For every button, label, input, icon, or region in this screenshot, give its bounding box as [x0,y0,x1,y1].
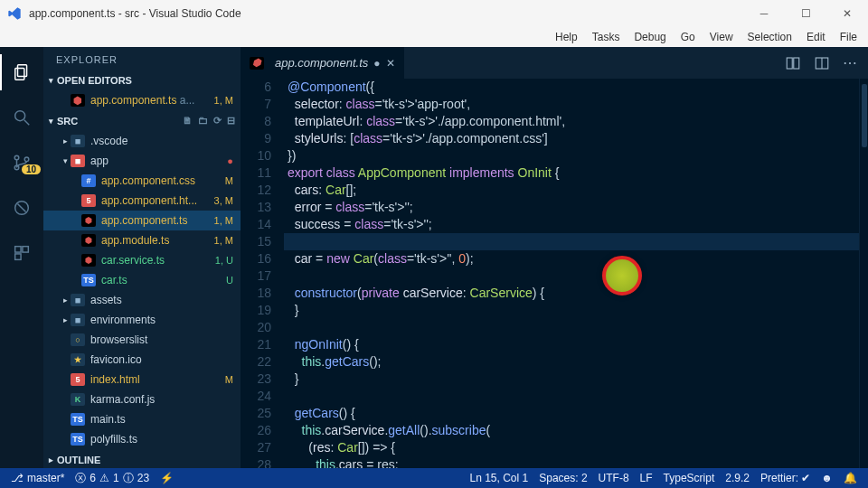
code-line[interactable] [284,388,859,405]
menu-edit[interactable]: Edit [799,29,833,45]
bug-icon [12,198,32,218]
file-car-service-ts[interactable]: ⬢car.service.ts1, U [43,250,241,270]
window-maximize-button[interactable]: ☐ [785,0,826,27]
new-file-icon[interactable]: 🗎 [183,115,193,127]
activity-debug[interactable] [0,190,43,226]
chevron-down-icon: ▾ [49,76,53,85]
code-line[interactable]: export class AppComponent implements OnI… [284,164,859,182]
html-icon: 5 [71,373,85,386]
code-line[interactable] [284,267,859,285]
section-workspace[interactable]: ▾ SRC 🗎 🗀 ⟳ ⊟ [43,112,241,129]
menu-file[interactable]: File [833,29,864,45]
code-line[interactable]: this.getCars(); [284,353,859,371]
scrollbar-thumb[interactable] [862,84,867,147]
tree-item-label: browserslist [90,333,241,346]
activity-search[interactable] [0,99,43,136]
compare-icon[interactable] [785,55,801,71]
refresh-icon[interactable]: ⟳ [213,115,222,127]
code-editor[interactable]: 6789101112131415161718192021222324252627… [241,79,868,468]
extensions-icon [12,243,32,263]
new-folder-icon[interactable]: 🗀 [198,115,208,127]
section-open-editors[interactable]: ▾ OPEN EDITORS [43,71,241,89]
collapse-icon[interactable]: ⊟ [227,115,235,127]
menu-selection[interactable]: Selection [741,29,799,45]
open-editor-item[interactable]: ⬢ app.component.ts a... 1, M [43,90,241,110]
folder--vscode[interactable]: ▸■.vscode [43,131,241,151]
tab-app-component[interactable]: ⬢ app.component.ts ● ✕ [241,47,405,79]
status-branch[interactable]: ⎇master* [5,468,70,488]
activity-explorer[interactable] [0,54,43,90]
activity-extensions[interactable] [0,235,43,271]
status-ts-version[interactable]: 2.9.2 [720,468,755,488]
folder-environments[interactable]: ▸■environments [43,310,241,330]
code-line[interactable]: success = class='tk-s'>''; [284,216,859,233]
code-line[interactable]: this.cars = res; [284,456,859,468]
css-icon: # [81,174,96,187]
tab-bar: ⬢ app.component.ts ● ✕ ⋯ [241,47,868,79]
window-close-button[interactable]: ✕ [826,0,868,27]
file-app-component-css[interactable]: #app.component.cssM [43,171,241,191]
menu-view[interactable]: View [703,29,741,45]
menu-help[interactable]: Help [548,29,585,45]
code-line[interactable]: }) [284,147,859,164]
section-outline-label: OUTLINE [57,455,100,465]
code-line[interactable]: (res: Car[]) => { [284,439,859,456]
minimap[interactable] [859,79,868,468]
code-line[interactable]: templateUrl: class='tk-s'>'./app.compone… [284,113,859,130]
menu-debug[interactable]: Debug [627,29,673,45]
title-bar: app.component.ts - src - Visual Studio C… [0,0,868,27]
status-feedback[interactable]: ☻ [816,468,838,488]
folder-assets[interactable]: ▸■assets [43,290,241,310]
file-app-component-ts[interactable]: ⬢app.component.ts1, M [43,211,241,230]
ts-icon: TS [71,413,85,426]
menu-bar: Help Tasks Debug Go View Selection Edit … [0,27,868,47]
svg-rect-13 [794,58,799,69]
code-line[interactable]: styleUrls: [class='tk-s'>'./app.componen… [284,130,859,147]
activity-scm[interactable]: 10 [0,145,43,181]
status-bell[interactable]: 🔔 [838,468,863,488]
code-line[interactable]: error = class='tk-s'>''; [284,199,859,216]
window-minimize-button[interactable]: ─ [743,0,785,27]
code-line[interactable]: @Component({ [284,79,859,96]
file-car-ts[interactable]: TScar.tsU [43,270,241,290]
file-polyfills-ts[interactable]: TSpolyfills.ts [43,429,241,449]
chevron-right-icon: ▸ [49,455,53,465]
status-problems[interactable]: ⓧ6 ⚠1 ⓘ23 [70,468,155,488]
code-line[interactable]: this.carService.getAll().subscribe( [284,422,859,439]
code-line[interactable]: constructor(private carService: CarServi… [284,285,859,302]
more-actions-icon[interactable]: ⋯ [843,54,857,71]
status-prettier[interactable]: Prettier: ✔ [755,468,816,488]
code-line[interactable]: car = new Car(class='tk-s'>'', 0); [284,250,859,267]
status-ln-col[interactable]: Ln 15, Col 1 [464,468,533,488]
error-icon: ⓧ [75,471,86,486]
status-language[interactable]: TypeScript [658,468,721,488]
file-index-html[interactable]: 5index.htmlM [43,370,241,389]
menu-tasks[interactable]: Tasks [585,29,627,45]
file-favicon-ico[interactable]: ★favicon.ico [43,350,241,370]
status-live[interactable]: ⚡ [155,468,179,488]
section-outline[interactable]: ▸ OUTLINE [43,451,241,468]
file-browserslist[interactable]: ○browserslist [43,330,241,350]
ts-icon: TS [81,274,96,286]
file-karma-conf-js[interactable]: Kkarma.conf.js [43,389,241,409]
code-content[interactable]: @Component({ selector: class='tk-s'>'app… [284,79,859,468]
code-line[interactable]: } [284,302,859,319]
split-editor-icon[interactable] [814,55,830,71]
code-line[interactable]: selector: class='tk-s'>'app-root', [284,96,859,113]
status-eol[interactable]: LF [635,468,658,488]
folder-icon: ■ [71,294,85,306]
file-main-ts[interactable]: TSmain.ts [43,409,241,429]
git-status-badge: 3, M [214,195,233,206]
status-spaces[interactable]: Spaces: 2 [533,468,592,488]
code-line[interactable] [284,319,859,336]
code-line[interactable]: cars: Car[]; [284,182,859,199]
tab-close-icon[interactable]: ✕ [386,57,395,70]
code-line[interactable]: ngOnInit() { [284,336,859,353]
code-line[interactable]: } [284,371,859,388]
folder-app[interactable]: ▾■app● [43,151,241,171]
file-app-module-ts[interactable]: ⬢app.module.ts1, M [43,230,241,250]
menu-go[interactable]: Go [674,29,703,45]
code-line[interactable]: getCars() { [284,405,859,422]
file-app-component-ht-[interactable]: 5app.component.ht...3, M [43,191,241,211]
status-encoding[interactable]: UTF-8 [593,468,635,488]
